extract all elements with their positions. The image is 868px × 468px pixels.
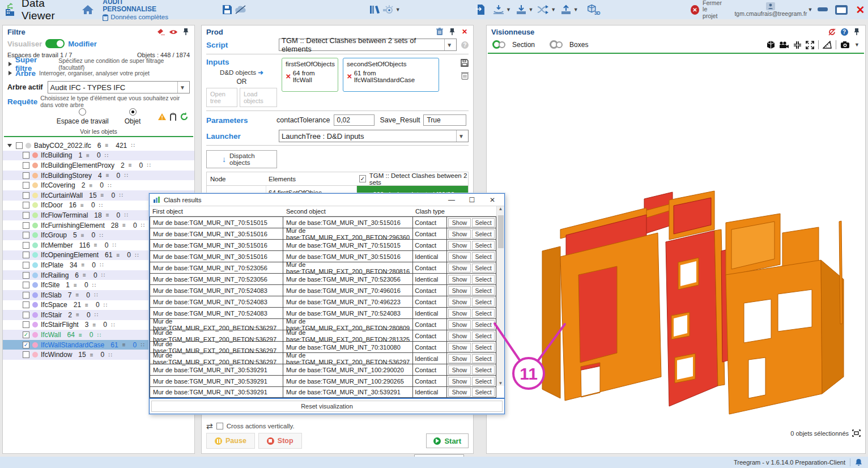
shuffle-icon[interactable]	[537, 2, 550, 17]
show-button[interactable]: Show	[448, 331, 471, 341]
dispatch-objects-button[interactable]: ↓ Dispatch objects	[206, 150, 277, 168]
collapse-icon[interactable]	[793, 41, 802, 49]
script-select[interactable]: TGM :: Detect Clashes between 2 sets of …	[279, 39, 457, 51]
tree-item-ifcbuildingstorey[interactable]: IfcBuildingStorey4≡0∷	[3, 171, 194, 181]
projector-icon[interactable]	[381, 2, 395, 17]
open-tree-button[interactable]: Open tree	[206, 88, 237, 107]
select-button[interactable]: Select	[472, 229, 495, 239]
show-button[interactable]: Show	[448, 309, 471, 318]
item-checkbox[interactable]	[23, 222, 29, 229]
cross-actions-checkbox[interactable]	[216, 423, 223, 429]
select-button[interactable]: Select	[472, 297, 495, 307]
tree-item-ifcbuilding[interactable]: IfcBuilding1≡0∷	[3, 151, 194, 161]
input-card-first[interactable]: firstSetOfObjects ✕64 from IfcWall	[282, 58, 338, 92]
projector-caret[interactable]: ▼	[395, 7, 401, 12]
cloud-offline-icon[interactable]	[234, 2, 248, 17]
tree-structure-icon[interactable]	[169, 112, 177, 121]
start-button[interactable]: Start	[426, 433, 469, 448]
col-first-object[interactable]: First object	[150, 208, 283, 215]
sync-disabled-icon[interactable]	[827, 27, 837, 36]
item-checkbox[interactable]	[23, 272, 29, 279]
pin-icon[interactable]	[181, 27, 191, 36]
root-checkbox[interactable]	[16, 142, 23, 149]
tree-label[interactable]: Arbre	[15, 69, 36, 78]
expand-icon[interactable]	[806, 41, 814, 49]
pin-icon[interactable]	[447, 27, 457, 36]
minimize-button[interactable]	[815, 3, 830, 16]
item-checkbox[interactable]: ✓	[23, 331, 29, 338]
super-filter-expander[interactable]	[8, 62, 12, 66]
close-button[interactable]: ✕	[853, 3, 868, 16]
collapse-caret-icon[interactable]	[7, 144, 12, 147]
show-button[interactable]: Show	[448, 241, 471, 250]
close-icon[interactable]: ✕	[459, 27, 470, 36]
camera-icon[interactable]	[840, 41, 850, 49]
boxes-toggle[interactable]: Boxes	[550, 40, 588, 50]
trash-icon[interactable]	[435, 27, 445, 36]
item-checkbox[interactable]	[23, 312, 29, 318]
item-checkbox[interactable]	[23, 301, 29, 308]
help-icon[interactable]: ?	[839, 27, 849, 36]
item-checkbox[interactable]	[23, 252, 29, 258]
launcher-select[interactable]: LaunchTree : D&D inputs ▼	[279, 130, 469, 142]
result-col-checkbox[interactable]: ✓	[359, 175, 366, 182]
upload-caret[interactable]: ▼	[573, 7, 578, 12]
remove-input-icon[interactable]: ✕	[347, 73, 352, 80]
select-button[interactable]: Select	[472, 252, 495, 261]
show-button[interactable]: Show	[448, 218, 471, 227]
select-button[interactable]: Select	[472, 241, 495, 250]
show-button[interactable]: Show	[448, 229, 471, 239]
show-button[interactable]: Show	[448, 297, 471, 307]
help-icon[interactable]: ?	[461, 41, 469, 49]
reset-visualization-button[interactable]: Reset visualization	[151, 401, 503, 412]
item-checkbox[interactable]	[23, 232, 29, 239]
ruler-icon[interactable]	[823, 41, 832, 49]
tree-item-ifccovering[interactable]: IfcCovering2≡0∷	[3, 180, 194, 190]
item-checkbox[interactable]	[23, 321, 29, 328]
select-button[interactable]: Select	[472, 218, 495, 227]
pause-button[interactable]: Pause	[206, 433, 255, 449]
show-button[interactable]: Show	[448, 263, 471, 273]
download-icon[interactable]	[514, 2, 528, 17]
upload-icon[interactable]	[559, 2, 573, 17]
video-camera-icon[interactable]	[779, 41, 789, 49]
load-objects-button[interactable]: Load objects	[240, 88, 277, 107]
show-button[interactable]: Show	[448, 388, 471, 397]
library-icon[interactable]	[368, 2, 381, 17]
show-button[interactable]: Show	[448, 252, 471, 261]
item-checkbox[interactable]	[23, 242, 29, 249]
camera-caret[interactable]: ▼	[854, 42, 860, 48]
pin-icon[interactable]	[852, 27, 862, 36]
select-button[interactable]: Select	[472, 263, 495, 273]
trash-icon[interactable]	[461, 71, 469, 80]
download-platform-caret[interactable]: ▼	[506, 7, 511, 12]
download-caret[interactable]: ▼	[528, 7, 533, 12]
remove-input-icon[interactable]: ✕	[286, 73, 291, 80]
stop-button[interactable]: Stop	[258, 433, 302, 449]
eye-icon[interactable]	[168, 27, 178, 36]
show-button[interactable]: Show	[448, 320, 471, 329]
item-checkbox[interactable]	[23, 162, 29, 169]
col-second-object[interactable]: Second object	[283, 208, 414, 215]
shuffle-caret[interactable]: ▼	[551, 7, 556, 12]
input-card-second[interactable]: secondSetOfObjects ✕61 from IfcWallStand…	[343, 58, 439, 92]
col-clash-type[interactable]: Clash type	[414, 208, 448, 215]
radio-object[interactable]: Objet	[125, 108, 141, 125]
selection-box-icon[interactable]	[852, 429, 861, 437]
user-caret[interactable]: ▼	[807, 7, 812, 12]
item-checkbox[interactable]	[23, 282, 29, 288]
scroll-up-icon[interactable]: ▲	[499, 206, 503, 211]
close-project-button[interactable]: ✕ Fermer leprojet	[691, 0, 726, 19]
scroll-thumb[interactable]	[498, 215, 504, 248]
dialog-close-button[interactable]: ✕	[484, 196, 501, 204]
save-disk-icon[interactable]	[461, 59, 469, 67]
dialog-maximize-button[interactable]: ☐	[463, 196, 480, 204]
item-checkbox[interactable]	[23, 182, 29, 189]
item-checkbox[interactable]	[23, 152, 29, 159]
active-tree-select[interactable]: Audit IFC - TYPES IFC ▼	[48, 81, 190, 93]
item-checkbox[interactable]	[23, 351, 29, 358]
radio-workspace[interactable]: Espace de travail	[57, 108, 109, 125]
tree-expander[interactable]	[8, 71, 12, 75]
user-menu[interactable]: tgm.cmaufrais@treegram.fr	[734, 2, 807, 17]
mode-toggle[interactable]	[45, 39, 65, 48]
